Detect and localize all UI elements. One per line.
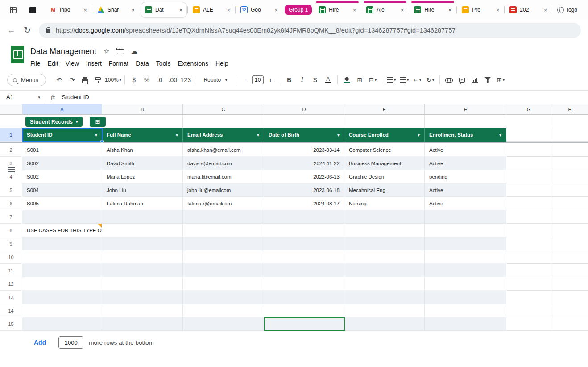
zoom-selector[interactable]: 100%▾ xyxy=(105,74,121,86)
row-header-9[interactable]: 9 xyxy=(0,237,22,250)
column-header-E[interactable]: E xyxy=(344,104,425,115)
cell-D9[interactable] xyxy=(264,237,344,250)
frozen-row-divider[interactable] xyxy=(0,142,588,143)
cell-B2[interactable]: Aisha Khan xyxy=(102,143,183,157)
cell-G1[interactable] xyxy=(506,128,551,142)
cell-A2[interactable]: S001 xyxy=(22,143,102,157)
cell-E14[interactable] xyxy=(344,304,425,317)
menu-file[interactable]: File xyxy=(27,58,44,68)
cell-C4[interactable]: maria.l@email.com xyxy=(183,170,264,184)
browser-tab-goo[interactable]: 12Goo× xyxy=(236,2,282,17)
row-header-5[interactable]: 5 xyxy=(0,184,22,197)
increase-font-size-button[interactable]: + xyxy=(265,74,277,86)
column-header-G[interactable]: G xyxy=(506,104,551,115)
cell-D14[interactable] xyxy=(264,304,344,317)
add-rows-count-input[interactable]: 1000 xyxy=(58,336,83,349)
tab-close-icon[interactable]: × xyxy=(130,7,136,13)
cell-D12[interactable] xyxy=(264,277,344,291)
row-header-7[interactable]: 7 xyxy=(0,210,22,224)
cell-E13[interactable] xyxy=(344,291,425,304)
cell-F6[interactable]: Active xyxy=(425,197,506,210)
tab-close-icon[interactable]: × xyxy=(273,7,279,13)
cell-E2[interactable]: Computer Science xyxy=(344,143,425,157)
browser-tab-ale[interactable]: ALE× xyxy=(189,2,234,17)
cell-B3[interactable]: David Smith xyxy=(102,157,183,170)
cell-G9[interactable] xyxy=(506,237,551,250)
cell-A8[interactable]: USE CASES FOR THIS TYPE O xyxy=(22,224,102,237)
column-header-F[interactable]: F xyxy=(425,104,506,115)
cell-F9[interactable] xyxy=(425,237,506,250)
cell-B12[interactable] xyxy=(102,277,183,291)
table-header-course-enrolled[interactable]: Course Enrolled▾ xyxy=(344,128,425,142)
cell-A9[interactable] xyxy=(22,237,102,250)
cell-D5[interactable]: 2023-06-18 xyxy=(264,184,344,197)
tab-close-icon[interactable]: × xyxy=(82,7,88,13)
cell-G10[interactable] xyxy=(506,250,551,264)
cell-F7[interactable] xyxy=(425,210,506,224)
table-header-email-address[interactable]: Email Address▾ xyxy=(183,128,264,142)
cell-B11[interactable] xyxy=(102,264,183,277)
cell-F13[interactable] xyxy=(425,291,506,304)
cell-A14[interactable] xyxy=(22,304,102,317)
insert-chart-button[interactable] xyxy=(469,74,481,86)
cell-E8[interactable] xyxy=(344,224,425,237)
cell-F11[interactable] xyxy=(425,264,506,277)
table-name-chip[interactable]: Student Records ▾ xyxy=(25,117,83,127)
menu-insert[interactable]: Insert xyxy=(83,58,105,68)
cell-E10[interactable] xyxy=(344,250,425,264)
cell-A5[interactable]: S004 xyxy=(22,184,102,197)
increase-decimal-button[interactable]: .00 xyxy=(167,74,179,86)
cell-H2[interactable] xyxy=(551,143,588,157)
column-header-A[interactable]: A xyxy=(22,104,102,115)
table-header-date-of-birth[interactable]: Date of Birth▾ xyxy=(264,128,344,142)
row-header-12[interactable]: 12 xyxy=(0,277,22,291)
row-header-10[interactable]: 10 xyxy=(0,250,22,264)
cell-C14[interactable] xyxy=(183,304,264,317)
column-header-H[interactable]: H xyxy=(551,104,588,115)
column-dropdown-icon[interactable]: ▾ xyxy=(95,133,97,138)
cell-E5[interactable]: Mecahnical Eng. xyxy=(344,184,425,197)
cell-D11[interactable] xyxy=(264,264,344,277)
menu-extensions[interactable]: Extensions xyxy=(174,58,211,68)
cell-B13[interactable] xyxy=(102,291,183,304)
select-all-corner[interactable] xyxy=(0,104,22,115)
cell-E12[interactable] xyxy=(344,277,425,291)
cell-F14[interactable] xyxy=(425,304,506,317)
cell-H11[interactable] xyxy=(551,264,588,277)
row-header-6[interactable]: 6 xyxy=(0,197,22,210)
cell-G11[interactable] xyxy=(506,264,551,277)
document-title[interactable]: Data Management xyxy=(30,47,96,56)
cell-B5[interactable]: John Liu xyxy=(102,184,183,197)
cell-H10[interactable] xyxy=(551,250,588,264)
cell-A13[interactable] xyxy=(22,291,102,304)
menu-view[interactable]: View xyxy=(62,58,83,68)
tab-close-icon[interactable]: × xyxy=(178,7,184,13)
row-header-8[interactable]: 8 xyxy=(0,224,22,237)
fill-color-button[interactable] xyxy=(341,74,353,86)
cell-H8[interactable] xyxy=(551,224,588,237)
cell-C7[interactable] xyxy=(183,210,264,224)
table-header-student-id[interactable]: Student ID▾ xyxy=(22,128,102,142)
cell-H1[interactable] xyxy=(551,128,588,142)
cell-F3[interactable]: Active xyxy=(425,157,506,170)
menus-search-button[interactable]: Menus xyxy=(7,74,46,86)
cell-G2[interactable] xyxy=(506,143,551,157)
cell-C5[interactable]: john.liu@emailcom xyxy=(183,184,264,197)
browser-tab-hire[interactable]: Hire× xyxy=(410,2,455,17)
column-dropdown-icon[interactable]: ▾ xyxy=(257,133,259,138)
row-header-2[interactable]: 2 xyxy=(0,143,22,157)
menu-tools[interactable]: Tools xyxy=(153,58,174,68)
browser-tab-dat[interactable]: Dat× xyxy=(141,2,186,17)
table-header-full-name[interactable]: Full Name▾ xyxy=(102,128,183,142)
cell-D13[interactable] xyxy=(264,291,344,304)
cell-E4[interactable]: Graphic Design xyxy=(344,170,425,184)
cell-G15[interactable] xyxy=(506,317,551,331)
font-size-input[interactable]: 10 xyxy=(252,75,264,84)
cell-D4[interactable]: 2022-06-13 xyxy=(264,170,344,184)
cell-H14[interactable] xyxy=(551,304,588,317)
cell-G8[interactable] xyxy=(506,224,551,237)
row-header-14[interactable]: 14 xyxy=(0,304,22,317)
tab-close-icon[interactable]: × xyxy=(542,7,549,13)
cell-A10[interactable] xyxy=(22,250,102,264)
bold-button[interactable]: B xyxy=(283,74,295,86)
